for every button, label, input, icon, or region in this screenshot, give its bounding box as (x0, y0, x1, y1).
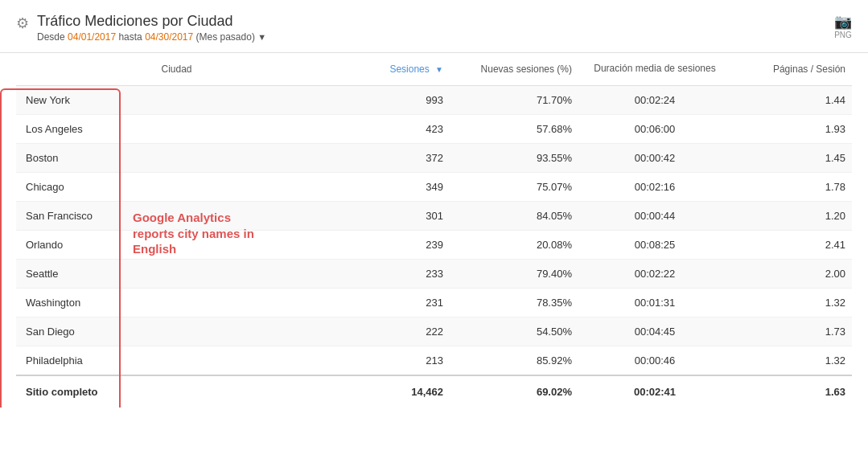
cell-new-sessions: 93.55% (450, 143, 578, 172)
table-row: Philadelphia21385.92%00:00:461.32 (16, 346, 852, 375)
table-row: San Diego22254.50%00:04:451.73 (16, 317, 852, 346)
footer-sessions: 14,462 (337, 375, 450, 408)
table-footer: Sitio completo 14,462 69.02% 00:02:41 1.… (16, 375, 852, 408)
cell-duration: 00:04:45 (578, 317, 731, 346)
cell-duration: 00:01:31 (578, 288, 731, 317)
subtitle-prefix: Desde (37, 31, 68, 43)
cell-sessions: 213 (337, 346, 450, 375)
table-row: Chicago34975.07%00:02:161.78 (16, 172, 852, 201)
cell-new-sessions: 57.68% (450, 114, 578, 143)
cell-city: Philadelphia (16, 346, 337, 375)
cell-duration: 00:02:24 (578, 85, 731, 114)
table-row: Los Angeles42357.68%00:06:001.93 (16, 114, 852, 143)
cell-sessions: 222 (337, 317, 450, 346)
cell-pages: 2.00 (731, 259, 852, 288)
png-label: PNG (834, 31, 852, 39)
cell-city: Washington (16, 288, 337, 317)
cell-pages: 1.32 (731, 288, 852, 317)
table-section: Google Analytics reports city names in E… (0, 53, 868, 408)
table-row: Seattle23379.40%00:02:222.00 (16, 259, 852, 288)
col-header-duracion: Duración media de sesiones (578, 53, 731, 85)
cell-sessions: 301 (337, 201, 450, 230)
cell-sessions: 233 (337, 259, 450, 288)
cell-duration: 00:02:22 (578, 259, 731, 288)
date-dropdown-arrow[interactable]: ▼ (257, 32, 266, 42)
date-range: Desde 04/01/2017 hasta 04/30/2017 (Mes p… (37, 31, 266, 43)
header: ⚙ Tráfico Mediciones por Ciudad Desde 04… (0, 0, 868, 53)
cell-city: New York (16, 85, 337, 114)
cell-duration: 00:06:00 (578, 114, 731, 143)
cell-city: San Diego (16, 317, 337, 346)
cell-sessions: 239 (337, 230, 450, 259)
cell-pages: 1.20 (731, 201, 852, 230)
sort-arrow-icon: ▼ (435, 65, 443, 74)
cell-new-sessions: 20.08% (450, 230, 578, 259)
cell-new-sessions: 54.50% (450, 317, 578, 346)
cell-pages: 1.93 (731, 114, 852, 143)
col-header-paginas: Páginas / Sesión (731, 53, 852, 85)
date-to-link[interactable]: 04/30/2017 (145, 31, 193, 43)
title-block: Tráfico Mediciones por Ciudad Desde 04/0… (37, 13, 266, 43)
cell-sessions: 423 (337, 114, 450, 143)
camera-icon: 📷 (834, 13, 852, 31)
table-row: Boston37293.55%00:00:421.45 (16, 143, 852, 172)
cell-new-sessions: 85.92% (450, 346, 578, 375)
export-png-button[interactable]: 📷 PNG (834, 13, 852, 39)
cell-duration: 00:02:16 (578, 172, 731, 201)
header-left: ⚙ Tráfico Mediciones por Ciudad Desde 04… (16, 13, 266, 43)
cell-duration: 00:00:46 (578, 346, 731, 375)
cell-pages: 1.44 (731, 85, 852, 114)
cell-duration: 00:00:44 (578, 201, 731, 230)
cell-new-sessions: 79.40% (450, 259, 578, 288)
cell-duration: 00:00:42 (578, 143, 731, 172)
cell-city: Chicago (16, 172, 337, 201)
cell-new-sessions: 84.05% (450, 201, 578, 230)
cell-sessions: 231 (337, 288, 450, 317)
cell-city: Boston (16, 143, 337, 172)
cell-new-sessions: 71.70% (450, 85, 578, 114)
subtitle-suffix: (Mes pasado) (193, 31, 255, 43)
col-header-sesiones[interactable]: Sesiones ▼ (337, 53, 450, 85)
cell-sessions: 349 (337, 172, 450, 201)
page-title: Tráfico Mediciones por Ciudad (37, 13, 266, 30)
annotation-text: Google Analytics reports city names in E… (133, 210, 254, 257)
cell-pages: 2.41 (731, 230, 852, 259)
footer-label: Sitio completo (16, 375, 337, 408)
footer-new-sessions: 69.02% (450, 375, 578, 408)
cell-city: Seattle (16, 259, 337, 288)
cell-pages: 1.73 (731, 317, 852, 346)
cell-sessions: 993 (337, 85, 450, 114)
footer-duration: 00:02:41 (578, 375, 731, 408)
cell-pages: 1.45 (731, 143, 852, 172)
cell-new-sessions: 78.35% (450, 288, 578, 317)
footer-row: Sitio completo 14,462 69.02% 00:02:41 1.… (16, 375, 852, 408)
col-header-ciudad: Ciudad (16, 53, 337, 85)
footer-pages: 1.63 (731, 375, 852, 408)
table-header-row: Ciudad Sesiones ▼ Nuevas sesiones (%) Du… (16, 53, 852, 85)
cell-pages: 1.32 (731, 346, 852, 375)
col-header-nuevas-sesiones: Nuevas sesiones (%) (450, 53, 578, 85)
subtitle-middle: hasta (116, 31, 145, 43)
gear-icon[interactable]: ⚙ (16, 14, 29, 32)
date-from-link[interactable]: 04/01/2017 (68, 31, 116, 43)
cell-pages: 1.78 (731, 172, 852, 201)
table-row: New York99371.70%00:02:241.44 (16, 85, 852, 114)
cell-sessions: 372 (337, 143, 450, 172)
table-row: Washington23178.35%00:01:311.32 (16, 288, 852, 317)
cell-new-sessions: 75.07% (450, 172, 578, 201)
cell-duration: 00:08:25 (578, 230, 731, 259)
cell-city: Los Angeles (16, 114, 337, 143)
